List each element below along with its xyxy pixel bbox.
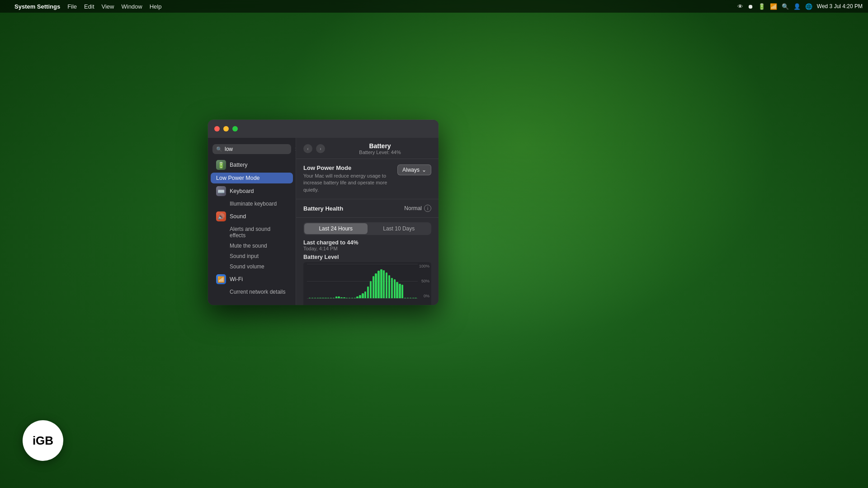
low-power-mode-text-area: Low Power Mode Your Mac will reduce ener… [303,164,393,193]
sidebar-item-network-details[interactable]: Current network details [211,287,293,297]
sidebar-item-sound-volume[interactable]: Sound volume [211,262,293,272]
battery-bar [356,296,358,298]
menubar-left: System Settings File Edit View Window He… [5,3,161,10]
wifi-icon[interactable]: 📶 [770,3,777,10]
page-title: Battery [329,142,431,150]
battery-bar [346,298,348,299]
battery-bar [354,298,356,299]
forward-button[interactable]: › [316,144,325,153]
y-label-0: 0% [419,294,429,298]
keyboard-icon: ⌨️ [216,186,226,196]
low-power-mode-dropdown[interactable]: Always ⌄ [397,164,431,175]
battery-bar [322,298,324,298]
globe-icon[interactable]: 🌐 [805,3,812,10]
menu-view[interactable]: View [102,3,114,10]
search-container: 🔍 ✕ [208,142,296,158]
battery-health-value: Normal [404,205,422,211]
content-header: ‹ › Battery Battery Level: 44% [296,138,439,159]
app-name-label: System Settings [14,3,60,10]
battery-bar [327,298,329,298]
igb-logo-text: iGB [33,434,53,448]
sidebar-battery-label: Battery [230,162,248,168]
battery-bar [404,298,406,298]
main-content: ‹ › Battery Battery Level: 44% Low Power… [296,138,439,305]
battery-bar [370,281,372,298]
sidebar-low-power-label: Low Power Mode [216,175,260,181]
sidebar-item-keyboard[interactable]: ⌨️ Keyboard [211,184,293,198]
page-subtitle: Battery Level: 44% [329,150,431,155]
battery-bar [317,298,319,298]
battery-bar [407,298,409,298]
sidebar-item-alerts[interactable]: Alerts and sound effects [211,224,293,240]
battery-icon[interactable]: 🔋 [758,3,765,10]
sidebar-item-sound[interactable]: 🔊 Sound [211,209,293,224]
menu-file[interactable]: File [67,3,77,10]
battery-bar [319,298,321,298]
battery-bar [399,284,401,298]
menubar-right: 👁 ⏺ 🔋 📶 🔍 👤 🌐 Wed 3 Jul 4:20 PM [737,3,863,10]
info-icon[interactable]: i [424,205,431,212]
system-settings-window: 🔍 ✕ 🔋 Battery Low Power Mode ⌨️ Keyboard [208,120,439,305]
battery-health-row: Battery Health Normal i [303,205,431,212]
sidebar-item-low-power-mode[interactable]: Low Power Mode [211,173,293,183]
battery-bar [386,272,387,298]
close-button[interactable] [214,126,220,131]
battery-bar [367,286,369,299]
battery-bar [333,298,335,298]
battery-bar [311,298,313,298]
sidebar-mute-label: Mute the sound [230,243,267,249]
battery-chart: 100% 50% 0% [303,262,431,305]
sidebar-illuminate-label: Illuminate keyboard [230,201,277,207]
search-icon[interactable]: 🔍 [782,3,789,10]
sidebar-item-battery[interactable]: 🔋 Battery [211,158,293,172]
search-input[interactable] [225,146,292,152]
sidebar-item-wifi[interactable]: 📶 Wi-Fi [211,272,293,286]
search-icon: 🔍 [216,146,222,152]
datetime-display: Wed 3 Jul 4:20 PM [817,3,863,9]
header-title-area: Battery Battery Level: 44% [329,142,431,155]
battery-bar [415,298,416,298]
sidebar-item-sound-input[interactable]: Sound input [211,251,293,261]
tab-24h[interactable]: Last 24 Hours [304,223,368,234]
menu-edit[interactable]: Edit [84,3,94,10]
battery-bar [396,282,398,298]
tab-bar: Last 24 Hours Last 10 Days [303,222,431,235]
battery-bars-container [309,264,417,298]
battery-health-section: Battery Health Normal i [296,199,439,218]
window-body: 🔍 ✕ 🔋 Battery Low Power Mode ⌨️ Keyboard [208,138,439,305]
back-icon: ‹ [307,146,308,151]
user-icon[interactable]: 👤 [793,3,801,10]
back-button[interactable]: ‹ [303,144,312,153]
chart-area: Last charged to 44% Today, 4:14 PM Batte… [296,238,439,305]
battery-bar [394,279,396,298]
sound-icon: 🔊 [216,211,226,221]
battery-bar [391,278,393,299]
sidebar-item-mute[interactable]: Mute the sound [211,241,293,251]
battery-chart-label: Battery Level [303,254,431,260]
forward-icon: › [320,146,321,151]
low-power-mode-row: Low Power Mode Your Mac will reduce ener… [303,164,431,193]
battery-bar [388,275,390,299]
health-value-wrap: Normal i [404,205,431,212]
battery-bar [351,298,353,299]
battery-bar [362,293,363,298]
sidebar-sound-label: Sound [230,213,246,220]
minimize-button[interactable] [223,126,229,131]
menu-window[interactable]: Window [121,3,142,10]
battery-bar [330,298,332,298]
tab-10d[interactable]: Last 10 Days [368,223,431,234]
y-label-50: 50% [419,279,429,283]
battery-icon: 🔋 [216,160,226,170]
search-input-wrap[interactable]: 🔍 ✕ [212,144,291,154]
battery-y-labels: 100% 50% 0% [419,264,429,298]
battery-bar [380,269,382,299]
maximize-button[interactable] [232,126,238,131]
sidebar-item-illuminate-keyboard[interactable]: Illuminate keyboard [211,199,293,209]
sidebar-network-label: Current network details [230,289,285,295]
battery-bar [309,298,311,298]
charge-info: Last charged to 44% Today, 4:14 PM [303,239,431,251]
menu-help[interactable]: Help [150,3,162,10]
battery-bar [412,298,414,298]
battery-bar [340,297,342,298]
battery-bar [325,298,326,298]
